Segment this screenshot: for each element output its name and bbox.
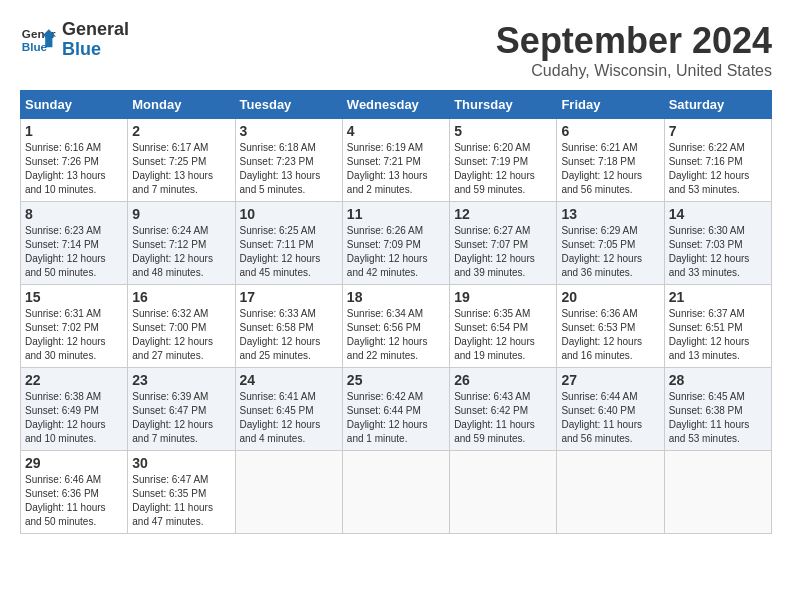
day-info: Sunrise: 6:27 AMSunset: 7:07 PMDaylight:… bbox=[454, 224, 552, 280]
day-number: 9 bbox=[132, 206, 230, 222]
day-info: Sunrise: 6:45 AMSunset: 6:38 PMDaylight:… bbox=[669, 390, 767, 446]
calendar-cell: 26Sunrise: 6:43 AMSunset: 6:42 PMDayligh… bbox=[450, 368, 557, 451]
day-info: Sunrise: 6:30 AMSunset: 7:03 PMDaylight:… bbox=[669, 224, 767, 280]
calendar-cell: 29Sunrise: 6:46 AMSunset: 6:36 PMDayligh… bbox=[21, 451, 128, 534]
calendar-cell: 21Sunrise: 6:37 AMSunset: 6:51 PMDayligh… bbox=[664, 285, 771, 368]
day-info: Sunrise: 6:46 AMSunset: 6:36 PMDaylight:… bbox=[25, 473, 123, 529]
calendar-table: SundayMondayTuesdayWednesdayThursdayFrid… bbox=[20, 90, 772, 534]
day-info: Sunrise: 6:47 AMSunset: 6:35 PMDaylight:… bbox=[132, 473, 230, 529]
day-number: 3 bbox=[240, 123, 338, 139]
day-info: Sunrise: 6:26 AMSunset: 7:09 PMDaylight:… bbox=[347, 224, 445, 280]
day-number: 27 bbox=[561, 372, 659, 388]
calendar-cell: 2Sunrise: 6:17 AMSunset: 7:25 PMDaylight… bbox=[128, 119, 235, 202]
day-info: Sunrise: 6:42 AMSunset: 6:44 PMDaylight:… bbox=[347, 390, 445, 446]
page-header: General Blue General Blue September 2024… bbox=[20, 20, 772, 80]
day-info: Sunrise: 6:24 AMSunset: 7:12 PMDaylight:… bbox=[132, 224, 230, 280]
logo: General Blue General Blue bbox=[20, 20, 129, 60]
day-number: 18 bbox=[347, 289, 445, 305]
weekday-header-wednesday: Wednesday bbox=[342, 91, 449, 119]
day-info: Sunrise: 6:25 AMSunset: 7:11 PMDaylight:… bbox=[240, 224, 338, 280]
calendar-cell: 17Sunrise: 6:33 AMSunset: 6:58 PMDayligh… bbox=[235, 285, 342, 368]
calendar-cell: 12Sunrise: 6:27 AMSunset: 7:07 PMDayligh… bbox=[450, 202, 557, 285]
title-area: September 2024 Cudahy, Wisconsin, United… bbox=[496, 20, 772, 80]
day-info: Sunrise: 6:33 AMSunset: 6:58 PMDaylight:… bbox=[240, 307, 338, 363]
calendar-cell: 23Sunrise: 6:39 AMSunset: 6:47 PMDayligh… bbox=[128, 368, 235, 451]
day-number: 13 bbox=[561, 206, 659, 222]
day-info: Sunrise: 6:37 AMSunset: 6:51 PMDaylight:… bbox=[669, 307, 767, 363]
calendar-cell: 3Sunrise: 6:18 AMSunset: 7:23 PMDaylight… bbox=[235, 119, 342, 202]
day-info: Sunrise: 6:38 AMSunset: 6:49 PMDaylight:… bbox=[25, 390, 123, 446]
calendar-cell: 6Sunrise: 6:21 AMSunset: 7:18 PMDaylight… bbox=[557, 119, 664, 202]
calendar-cell: 27Sunrise: 6:44 AMSunset: 6:40 PMDayligh… bbox=[557, 368, 664, 451]
day-info: Sunrise: 6:31 AMSunset: 7:02 PMDaylight:… bbox=[25, 307, 123, 363]
month-title: September 2024 bbox=[496, 20, 772, 62]
day-number: 14 bbox=[669, 206, 767, 222]
day-info: Sunrise: 6:22 AMSunset: 7:16 PMDaylight:… bbox=[669, 141, 767, 197]
weekday-header-thursday: Thursday bbox=[450, 91, 557, 119]
day-info: Sunrise: 6:17 AMSunset: 7:25 PMDaylight:… bbox=[132, 141, 230, 197]
calendar-cell: 20Sunrise: 6:36 AMSunset: 6:53 PMDayligh… bbox=[557, 285, 664, 368]
calendar-cell: 18Sunrise: 6:34 AMSunset: 6:56 PMDayligh… bbox=[342, 285, 449, 368]
calendar-cell bbox=[235, 451, 342, 534]
day-number: 24 bbox=[240, 372, 338, 388]
day-number: 1 bbox=[25, 123, 123, 139]
calendar-cell: 13Sunrise: 6:29 AMSunset: 7:05 PMDayligh… bbox=[557, 202, 664, 285]
day-info: Sunrise: 6:36 AMSunset: 6:53 PMDaylight:… bbox=[561, 307, 659, 363]
day-number: 25 bbox=[347, 372, 445, 388]
calendar-cell: 16Sunrise: 6:32 AMSunset: 7:00 PMDayligh… bbox=[128, 285, 235, 368]
day-info: Sunrise: 6:20 AMSunset: 7:19 PMDaylight:… bbox=[454, 141, 552, 197]
calendar-cell: 22Sunrise: 6:38 AMSunset: 6:49 PMDayligh… bbox=[21, 368, 128, 451]
calendar-cell: 9Sunrise: 6:24 AMSunset: 7:12 PMDaylight… bbox=[128, 202, 235, 285]
day-number: 15 bbox=[25, 289, 123, 305]
day-number: 11 bbox=[347, 206, 445, 222]
day-number: 29 bbox=[25, 455, 123, 471]
day-info: Sunrise: 6:21 AMSunset: 7:18 PMDaylight:… bbox=[561, 141, 659, 197]
day-number: 16 bbox=[132, 289, 230, 305]
day-number: 23 bbox=[132, 372, 230, 388]
logo-icon: General Blue bbox=[20, 22, 56, 58]
day-info: Sunrise: 6:32 AMSunset: 7:00 PMDaylight:… bbox=[132, 307, 230, 363]
weekday-header-sunday: Sunday bbox=[21, 91, 128, 119]
calendar-cell: 30Sunrise: 6:47 AMSunset: 6:35 PMDayligh… bbox=[128, 451, 235, 534]
calendar-cell: 14Sunrise: 6:30 AMSunset: 7:03 PMDayligh… bbox=[664, 202, 771, 285]
logo-text: General Blue bbox=[62, 20, 129, 60]
weekday-header-tuesday: Tuesday bbox=[235, 91, 342, 119]
day-number: 12 bbox=[454, 206, 552, 222]
day-info: Sunrise: 6:19 AMSunset: 7:21 PMDaylight:… bbox=[347, 141, 445, 197]
calendar-cell bbox=[557, 451, 664, 534]
calendar-cell: 7Sunrise: 6:22 AMSunset: 7:16 PMDaylight… bbox=[664, 119, 771, 202]
day-number: 10 bbox=[240, 206, 338, 222]
day-number: 8 bbox=[25, 206, 123, 222]
weekday-header-friday: Friday bbox=[557, 91, 664, 119]
calendar-cell bbox=[664, 451, 771, 534]
calendar-cell: 25Sunrise: 6:42 AMSunset: 6:44 PMDayligh… bbox=[342, 368, 449, 451]
day-number: 22 bbox=[25, 372, 123, 388]
day-number: 26 bbox=[454, 372, 552, 388]
day-info: Sunrise: 6:34 AMSunset: 6:56 PMDaylight:… bbox=[347, 307, 445, 363]
day-number: 28 bbox=[669, 372, 767, 388]
calendar-cell: 1Sunrise: 6:16 AMSunset: 7:26 PMDaylight… bbox=[21, 119, 128, 202]
calendar-cell: 11Sunrise: 6:26 AMSunset: 7:09 PMDayligh… bbox=[342, 202, 449, 285]
day-info: Sunrise: 6:35 AMSunset: 6:54 PMDaylight:… bbox=[454, 307, 552, 363]
day-info: Sunrise: 6:44 AMSunset: 6:40 PMDaylight:… bbox=[561, 390, 659, 446]
calendar-cell: 10Sunrise: 6:25 AMSunset: 7:11 PMDayligh… bbox=[235, 202, 342, 285]
day-number: 7 bbox=[669, 123, 767, 139]
day-number: 2 bbox=[132, 123, 230, 139]
calendar-cell: 15Sunrise: 6:31 AMSunset: 7:02 PMDayligh… bbox=[21, 285, 128, 368]
calendar-cell: 28Sunrise: 6:45 AMSunset: 6:38 PMDayligh… bbox=[664, 368, 771, 451]
day-info: Sunrise: 6:23 AMSunset: 7:14 PMDaylight:… bbox=[25, 224, 123, 280]
day-info: Sunrise: 6:18 AMSunset: 7:23 PMDaylight:… bbox=[240, 141, 338, 197]
location-title: Cudahy, Wisconsin, United States bbox=[496, 62, 772, 80]
svg-text:Blue: Blue bbox=[22, 40, 48, 53]
day-number: 4 bbox=[347, 123, 445, 139]
day-info: Sunrise: 6:29 AMSunset: 7:05 PMDaylight:… bbox=[561, 224, 659, 280]
day-info: Sunrise: 6:39 AMSunset: 6:47 PMDaylight:… bbox=[132, 390, 230, 446]
calendar-cell: 4Sunrise: 6:19 AMSunset: 7:21 PMDaylight… bbox=[342, 119, 449, 202]
day-number: 20 bbox=[561, 289, 659, 305]
weekday-header-monday: Monday bbox=[128, 91, 235, 119]
day-info: Sunrise: 6:41 AMSunset: 6:45 PMDaylight:… bbox=[240, 390, 338, 446]
day-number: 17 bbox=[240, 289, 338, 305]
day-number: 19 bbox=[454, 289, 552, 305]
day-number: 21 bbox=[669, 289, 767, 305]
calendar-cell: 19Sunrise: 6:35 AMSunset: 6:54 PMDayligh… bbox=[450, 285, 557, 368]
